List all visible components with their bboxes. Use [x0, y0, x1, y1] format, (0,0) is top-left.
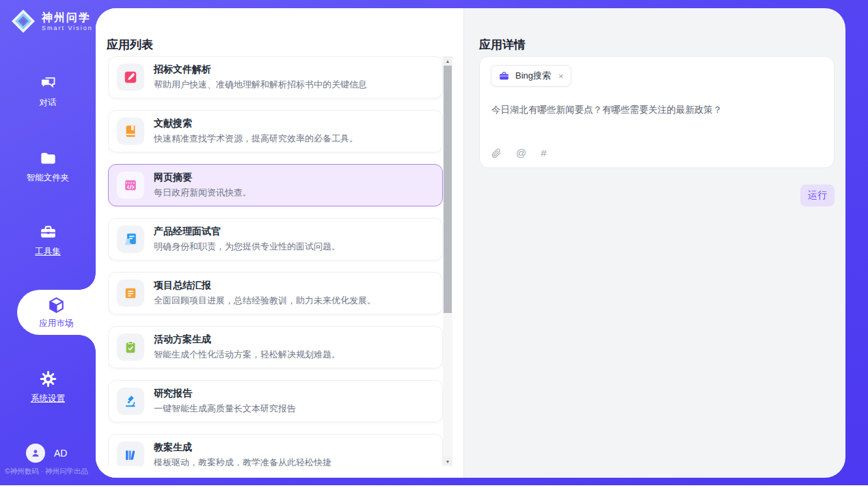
sidebar-item-chat[interactable]: 对话: [0, 74, 96, 109]
clipboard-check-icon: [117, 334, 144, 361]
app-card-description: 帮助用户快速、准确地理解和解析招标书中的关键信息: [154, 79, 367, 91]
folder-icon: [39, 149, 57, 167]
person-icon: [30, 448, 41, 459]
user-initials: AD: [54, 448, 67, 459]
app-card-description: 模板驱动，教案秒成，教学准备从此轻松快捷: [154, 457, 331, 466]
app-card-description: 明确身份和职责，为您提供专业性的面试问题。: [154, 241, 340, 253]
brand-subtitle: Smart Vision: [42, 25, 93, 31]
sidebar-item-label: 对话: [40, 97, 57, 109]
app-card[interactable]: 教案生成 模板驱动，教案秒成，教学准备从此轻松快捷: [108, 434, 443, 466]
app-card-title: 教案生成: [154, 442, 331, 454]
app-card[interactable]: 网页摘要 每日政府新闻资讯快查。: [108, 164, 443, 206]
app-card-title: 产品经理面试官: [154, 226, 340, 238]
app-card-title: 项目总结汇报: [154, 280, 376, 292]
app-detail-panel: 应用详情 Bing搜索 × 今日湖北有哪些新闻要点？有哪些需要关注的最新政策？ …: [464, 8, 845, 478]
gear-icon: [39, 370, 57, 388]
book-icon: [117, 118, 144, 145]
sidebar-item-label: 工具集: [35, 246, 61, 258]
hash-icon[interactable]: #: [541, 148, 546, 159]
scroll-down-button[interactable]: ▼: [443, 457, 452, 466]
app-card[interactable]: 产品经理面试官 明确身份和职责，为您提供专业性的面试问题。: [108, 218, 443, 260]
sidebar-item-label: 系统设置: [31, 393, 65, 405]
content-area: 应用列表 招标文件解析 帮助用户快速、准确地理解和解析招标书中的关键信息 文献搜…: [96, 8, 845, 478]
app-card-description: 全面回顾项目进展，总结经验教训，助力未来优化发展。: [154, 295, 376, 307]
app-card[interactable]: 研究报告 一键智能生成高质量长文本研究报告: [108, 380, 443, 422]
app-card-title: 研究报告: [154, 388, 296, 400]
app-detail-title: 应用详情: [479, 37, 526, 53]
copyright-text: ©神州数码 · 神州问学出品: [5, 467, 88, 476]
run-row: 运行: [479, 185, 835, 206]
scroll-up-button[interactable]: ▲: [443, 56, 452, 66]
cube-icon: [47, 296, 66, 314]
app-card[interactable]: 活动方案生成 智能生成个性化活动方案，轻松解决规划难题。: [108, 326, 443, 368]
app-card[interactable]: 招标文件解析 帮助用户快速、准确地理解和解析招标书中的关键信息: [108, 56, 443, 98]
microscope-icon: [117, 388, 144, 415]
app-card[interactable]: 项目总结汇报 全面回顾项目进展，总结经验教训，助力未来优化发展。: [108, 272, 443, 314]
sidebar-item-app-market[interactable]: 应用市场: [17, 290, 96, 335]
scrollbar-thumb[interactable]: [444, 66, 452, 313]
app-frame: 神州问学 Smart Vision 对话 智能文件夹 工具集 应用市场 系统设置: [0, 0, 868, 485]
interviewer-icon: [117, 226, 144, 253]
app-card-title: 活动方案生成: [154, 334, 340, 346]
sidebar: 神州问学 Smart Vision 对话 智能文件夹 工具集 应用市场 系统设置: [0, 0, 96, 485]
user-account[interactable]: AD: [26, 444, 67, 463]
sidebar-item-toolset[interactable]: 工具集: [0, 223, 96, 258]
app-list-title: 应用列表: [107, 37, 153, 53]
app-card-list: 招标文件解析 帮助用户快速、准确地理解和解析招标书中的关键信息 文献搜索 快速精…: [108, 56, 443, 466]
memo-icon: [117, 280, 144, 307]
app-card-title: 网页摘要: [154, 172, 252, 184]
sidebar-item-smart-folders[interactable]: 智能文件夹: [0, 149, 96, 184]
app-card-title: 文献搜索: [154, 118, 358, 130]
edit-doc-icon: [117, 64, 144, 91]
sidebar-item-settings[interactable]: 系统设置: [0, 370, 96, 405]
logo-diamond-icon: [10, 8, 37, 35]
query-text-input[interactable]: 今日湖北有哪些新闻要点？有哪些需要关注的最新政策？: [491, 103, 823, 116]
run-button[interactable]: 运行: [800, 185, 835, 206]
brand-logo: 神州问学 Smart Vision: [10, 8, 93, 35]
input-toolbar: @ #: [491, 148, 547, 159]
at-mention-icon[interactable]: @: [516, 148, 526, 159]
tool-tag-bing-search[interactable]: Bing搜索 ×: [491, 65, 571, 87]
tool-tag-label: Bing搜索: [515, 70, 551, 82]
brand-name: 神州问学: [42, 12, 93, 24]
sidebar-item-label: 应用市场: [40, 318, 74, 329]
app-card-description: 智能生成个性化活动方案，轻松解决规划难题。: [154, 349, 340, 361]
toolbox-icon: [39, 223, 57, 241]
app-card-description: 快速精准查找学术资源，提高研究效率的必备工具。: [154, 133, 358, 145]
briefcase-icon: [498, 70, 510, 82]
app-card-description: 每日政府新闻资讯快查。: [154, 187, 252, 199]
app-list-panel: 应用列表 招标文件解析 帮助用户快速、准确地理解和解析招标书中的关键信息 文献搜…: [96, 8, 464, 478]
sidebar-item-label: 智能文件夹: [27, 172, 70, 184]
avatar: [26, 444, 45, 463]
scrollbar[interactable]: ▲ ▼: [443, 56, 452, 466]
browser-icon: [117, 172, 144, 199]
close-icon[interactable]: ×: [558, 71, 564, 81]
chat-icon: [39, 74, 57, 92]
paperclip-icon[interactable]: [491, 148, 502, 159]
prompt-card: Bing搜索 × 今日湖北有哪些新闻要点？有哪些需要关注的最新政策？ @ #: [479, 56, 835, 168]
app-card-description: 一键智能生成高质量长文本研究报告: [154, 403, 296, 415]
app-card-title: 招标文件解析: [154, 64, 367, 76]
app-card[interactable]: 文献搜索 快速精准查找学术资源，提高研究效率的必备工具。: [108, 110, 443, 152]
books-icon: [117, 442, 144, 466]
